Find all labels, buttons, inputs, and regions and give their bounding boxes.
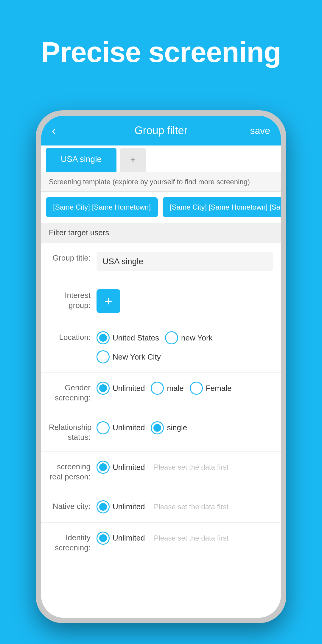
- tab-bar: USA single +: [41, 145, 281, 172]
- group-title-label: Group title:: [49, 252, 97, 263]
- real-person-placeholder: Please set the data first: [154, 463, 228, 471]
- native-city-option-unlimited[interactable]: Unlimited: [97, 500, 145, 513]
- real-person-row: screening real person: Unlimited Please …: [41, 452, 281, 491]
- template-button-0[interactable]: [Same City] [Same Hometown]: [46, 197, 158, 217]
- header-title: Group filter: [134, 124, 187, 137]
- gender-radio-unlimited[interactable]: [97, 382, 110, 395]
- gender-label: Gender screening:: [49, 382, 97, 403]
- location-row: Location: United States new York New: [41, 322, 281, 373]
- gender-label-female: Female: [206, 384, 232, 393]
- phone-frame: ‹ Group filter save USA single + Screeni…: [36, 110, 286, 623]
- location-option-new-york[interactable]: new York: [165, 331, 213, 344]
- native-city-label-unlimited: Unlimited: [113, 502, 145, 511]
- real-person-label: screening real person:: [49, 461, 97, 482]
- location-radio-new-york-city[interactable]: [97, 350, 110, 363]
- relationship-radio-unlimited[interactable]: [97, 421, 110, 434]
- real-person-option-unlimited[interactable]: Unlimited: [97, 461, 145, 474]
- relationship-label-single: single: [167, 423, 187, 432]
- header-bar: ‹ Group filter save: [41, 116, 281, 145]
- gender-label-male: male: [167, 384, 183, 393]
- gender-radio-female[interactable]: [190, 382, 203, 395]
- gender-option-female[interactable]: Female: [190, 382, 232, 395]
- phone-screen: ‹ Group filter save USA single + Screeni…: [41, 116, 281, 618]
- group-title-input[interactable]: [97, 252, 273, 271]
- relationship-option-unlimited[interactable]: Unlimited: [97, 421, 145, 434]
- native-city-label: Native city:: [49, 500, 97, 512]
- location-label: Location:: [49, 331, 97, 343]
- native-city-row: Native city: Unlimited Please set the da…: [41, 491, 281, 523]
- gender-label-unlimited: Unlimited: [113, 384, 145, 393]
- interest-group-label: Interest group:: [49, 289, 97, 311]
- group-title-row: Group title:: [41, 243, 281, 280]
- form-content: Group title: Interest group: + Location:: [41, 243, 281, 618]
- gender-row: Gender screening: Unlimited male Fema: [41, 373, 281, 412]
- filter-target-label: Filter target users: [41, 223, 281, 243]
- interest-group-row: Interest group: +: [41, 280, 281, 322]
- relationship-label-unlimited: Unlimited: [113, 423, 145, 432]
- tab-add[interactable]: +: [120, 148, 146, 172]
- identity-label: Identity screening:: [49, 532, 97, 553]
- location-radio-united-states[interactable]: [97, 331, 110, 344]
- save-button[interactable]: save: [250, 125, 270, 136]
- identity-option-unlimited[interactable]: Unlimited: [97, 532, 145, 545]
- back-button[interactable]: ‹: [52, 124, 56, 137]
- interest-add-button[interactable]: +: [97, 289, 120, 313]
- template-button-1[interactable]: [Same City] [Same Hometown] [Sam...: [163, 197, 281, 217]
- native-city-radio-unlimited[interactable]: [97, 500, 110, 513]
- real-person-radio-unlimited[interactable]: [97, 461, 110, 474]
- location-label-united-states: United States: [113, 333, 159, 343]
- hero-title: Precise screening: [0, 36, 322, 69]
- identity-placeholder: Please set the data first: [154, 534, 228, 542]
- location-option-united-states[interactable]: United States: [97, 331, 159, 344]
- tab-usa-single[interactable]: USA single: [46, 148, 116, 172]
- gender-option-male[interactable]: male: [151, 382, 183, 395]
- native-city-placeholder: Please set the data first: [154, 503, 228, 511]
- identity-radio-unlimited[interactable]: [97, 532, 110, 545]
- location-label-new-york-city: New York City: [113, 352, 161, 362]
- location-option-new-york-city[interactable]: New York City: [97, 350, 161, 363]
- screening-template-text: Screening template (explore by yourself …: [41, 172, 281, 192]
- location-label-new-york: new York: [181, 333, 213, 343]
- location-radio-new-york[interactable]: [165, 331, 178, 344]
- identity-label-unlimited: Unlimited: [113, 533, 145, 543]
- relationship-label: Relationship status:: [49, 421, 97, 443]
- identity-row: Identity screening: Unlimited Please set…: [41, 523, 281, 562]
- gender-radio-male[interactable]: [151, 382, 164, 395]
- relationship-row: Relationship status: Unlimited single: [41, 412, 281, 452]
- template-buttons-row: [Same City] [Same Hometown] [Same City] …: [41, 192, 281, 223]
- phone-inner: ‹ Group filter save USA single + Screeni…: [41, 116, 281, 618]
- real-person-label-unlimited: Unlimited: [113, 463, 145, 472]
- relationship-option-single[interactable]: single: [151, 421, 187, 434]
- relationship-radio-single[interactable]: [151, 421, 164, 434]
- gender-option-unlimited[interactable]: Unlimited: [97, 382, 145, 395]
